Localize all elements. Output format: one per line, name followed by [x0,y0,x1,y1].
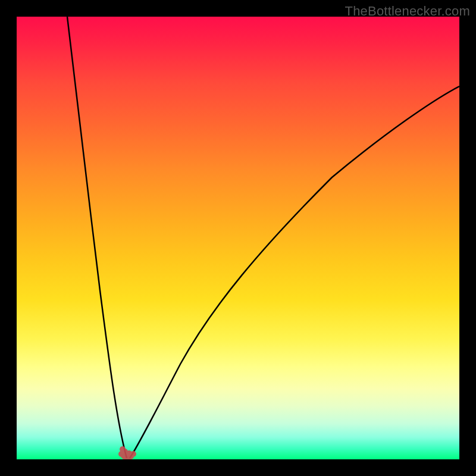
plot-area [17,17,459,459]
chart-svg [17,17,459,459]
bottom-dot-cluster [118,446,136,459]
left-curve-path [67,17,127,458]
curve-group [67,17,459,458]
watermark-text: TheBottlenecker.com [345,4,470,19]
right-curve-path [130,86,459,458]
svg-point-11 [120,449,126,455]
